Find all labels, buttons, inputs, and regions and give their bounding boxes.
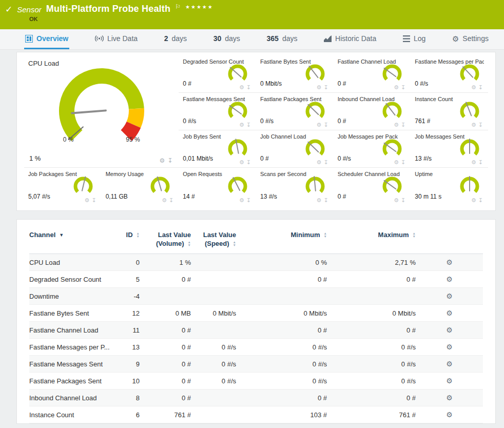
sort-icon[interactable]: ▲▼	[413, 232, 416, 238]
gear-icon[interactable]: ⚙	[394, 159, 399, 166]
channel-settings-icon[interactable]: ⚙	[446, 411, 453, 419]
cell-channel: Fastlane Packages Sent	[29, 377, 111, 385]
gauge-tile: Instance Count 761 # ⚙ ↧	[411, 93, 488, 130]
gear-icon[interactable]: ⚙	[239, 197, 244, 204]
channel-settings-icon[interactable]: ⚙	[446, 360, 453, 368]
table-row[interactable]: Degraded Sensor Count 5 0 # 0 # 0 # ⚙	[29, 271, 483, 288]
gear-icon[interactable]: ⚙	[160, 157, 165, 164]
gauge-grid: CPU Load 0 % 95 % 1 % ⚙ ↧ Degraded Senso…	[17, 52, 495, 210]
gauge-tile: Fastlane Channel Load 0 # ⚙ ↧	[334, 55, 411, 93]
table-row[interactable]: Fastlane Messages per P... 13 0 # 0 #/s …	[29, 339, 483, 356]
priority-stars[interactable]: ★★★★★	[185, 4, 214, 10]
sort-icon[interactable]: ▲▼	[233, 241, 236, 246]
tab-30-days[interactable]: 30 days	[212, 29, 241, 49]
column-channel[interactable]: Channel ▼	[29, 231, 111, 239]
mini-gauge	[303, 63, 327, 86]
column-id[interactable]: ID ▲▼	[111, 231, 140, 239]
column-minimum[interactable]: Minimum ▲▼	[236, 231, 327, 239]
gear-icon[interactable]: ⚙	[394, 122, 399, 128]
channel-settings-icon[interactable]: ⚙	[446, 377, 453, 385]
gear-icon[interactable]: ⚙	[471, 159, 476, 166]
cell-last-speed: 0 #/s	[191, 377, 236, 385]
pin-icon[interactable]: ↧	[323, 159, 328, 166]
priority-flag-icon[interactable]: ⚐	[175, 3, 181, 10]
pin-icon[interactable]: ↧	[401, 197, 405, 204]
pin-icon[interactable]: ↧	[323, 122, 328, 128]
tab-log[interactable]: Log	[402, 29, 427, 49]
pin-icon[interactable]: ↧	[478, 84, 483, 91]
pin-icon[interactable]: ↧	[401, 159, 405, 166]
pin-icon[interactable]: ↧	[401, 122, 405, 128]
gauge-tile: Fastlane Messages per Pack 0 #/s ⚙ ↧	[411, 55, 488, 93]
pin-icon[interactable]: ↧	[246, 122, 251, 128]
pin-icon[interactable]: ↧	[246, 197, 251, 204]
tab-2-days[interactable]: 2 days	[163, 29, 188, 49]
tab-label: Live Data	[107, 34, 138, 43]
channel-settings-icon[interactable]: ⚙	[446, 309, 453, 317]
table-row[interactable]: Fastlane Bytes Sent 12 0 MB 0 Mbit/s 0 M…	[29, 305, 483, 322]
mini-gauge	[303, 101, 327, 123]
cell-maximum: 0 #	[327, 326, 416, 334]
table-row[interactable]: Fastlane Channel Load 11 0 # 0 # 0 # ⚙	[29, 322, 483, 339]
tab-overview[interactable]: Overview	[24, 29, 69, 49]
gear-icon[interactable]: ⚙	[317, 159, 322, 166]
gear-icon[interactable]: ⚙	[394, 197, 399, 204]
pin-icon[interactable]: ↧	[323, 197, 328, 204]
table-row[interactable]: Fastlane Packages Sent 10 0 # 0 #/s 0 #/…	[29, 373, 483, 390]
column-maximum[interactable]: Maximum ▲▼	[327, 231, 416, 239]
tab-365-days[interactable]: 365 days	[266, 29, 299, 49]
channel-settings-icon[interactable]: ⚙	[446, 394, 453, 402]
gear-icon[interactable]: ⚙	[471, 122, 476, 128]
table-row[interactable]: CPU Load 0 1 % 0 % 2,71 % ⚙	[29, 254, 483, 271]
pin-icon[interactable]: ↧	[246, 84, 251, 91]
cell-last-volume: 0 #	[140, 394, 191, 402]
table-row[interactable]: Downtime -4 ⚙	[29, 288, 483, 305]
gear-icon[interactable]: ⚙	[239, 122, 244, 128]
table-row[interactable]: Inbound Channel Load 8 0 # 0 # 0 # ⚙	[29, 390, 483, 406]
mini-gauge	[380, 63, 404, 86]
tab-settings[interactable]: ⚙ Settings	[451, 29, 490, 49]
tab-historic-data[interactable]: Historic Data	[323, 29, 377, 49]
pin-icon[interactable]: ↧	[91, 197, 96, 204]
pin-icon[interactable]: ↧	[323, 84, 328, 91]
pin-icon[interactable]: ↧	[401, 84, 405, 91]
pin-icon[interactable]: ↧	[478, 197, 483, 204]
table-row[interactable]: Fastlane Messages Sent 9 0 # 0 #/s 0 #/s…	[29, 356, 483, 373]
cell-id: 13	[111, 343, 140, 351]
column-last-value-speed[interactable]: Last Value (Speed) ▲▼	[191, 231, 236, 247]
gear-icon[interactable]: ⚙	[471, 84, 476, 91]
gear-icon[interactable]: ⚙	[317, 84, 322, 91]
gear-icon[interactable]: ⚙	[85, 197, 90, 204]
gear-icon[interactable]: ⚙	[162, 197, 167, 204]
table-row[interactable]: Instance Count 6 761 # 103 # 761 # ⚙	[29, 406, 483, 423]
tab-live-data[interactable]: Live Data	[94, 29, 139, 49]
gear-icon[interactable]: ⚙	[394, 84, 399, 91]
gear-icon[interactable]: ⚙	[317, 122, 322, 128]
gauge-value: 5,07 #/s	[28, 193, 50, 200]
gauge-tile: Fastlane Bytes Sent 0 Mbit/s ⚙ ↧	[256, 55, 334, 93]
pin-icon[interactable]: ↧	[478, 122, 483, 128]
gear-icon[interactable]: ⚙	[471, 197, 476, 204]
sorted-desc-icon: ▼	[59, 232, 64, 238]
tab-label: days	[225, 34, 240, 43]
pin-icon[interactable]: ↧	[478, 159, 483, 166]
channel-settings-icon[interactable]: ⚙	[446, 258, 453, 266]
channel-settings-icon[interactable]: ⚙	[446, 275, 453, 283]
cell-id: 11	[111, 326, 140, 334]
column-last-value-volume[interactable]: Last Value (Volume) ▲▼	[140, 231, 191, 247]
channel-settings-icon[interactable]: ⚙	[446, 343, 453, 351]
mini-gauge	[225, 101, 250, 123]
gauge-tile: Job Messages per Pack 0 #/s ⚙ ↧	[334, 130, 411, 168]
cell-minimum: 0 #	[236, 394, 327, 402]
gauge-value: 0 #	[260, 155, 269, 162]
live-icon	[95, 35, 104, 42]
channel-settings-icon[interactable]: ⚙	[446, 292, 453, 300]
pin-icon[interactable]: ↧	[169, 197, 173, 204]
gear-icon[interactable]: ⚙	[317, 197, 322, 204]
pin-icon[interactable]: ↧	[167, 157, 172, 164]
gear-icon[interactable]: ⚙	[239, 159, 244, 166]
pin-icon[interactable]: ↧	[246, 159, 251, 166]
gear-icon[interactable]: ⚙	[239, 84, 244, 91]
sensor-header: ✓ Sensor Multi-Platform Probe Health ⚐ ★…	[0, 0, 504, 29]
channel-settings-icon[interactable]: ⚙	[446, 326, 453, 334]
